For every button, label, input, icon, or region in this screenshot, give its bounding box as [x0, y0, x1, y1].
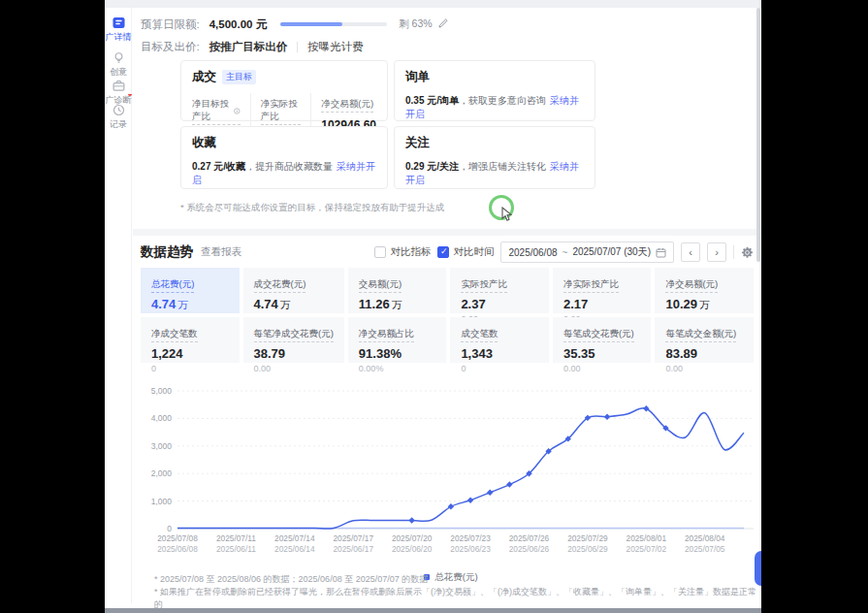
goal-card-desc: 0.27 元/收藏，提升商品收藏数量采纳并开启 [192, 160, 376, 187]
metric-card-2[interactable]: 成交花费(元)4.74万0.00 [243, 268, 344, 313]
metric-card-10[interactable]: 成交笔数1,3430 [450, 317, 549, 363]
sidebar-item-2[interactable]: 创意 [105, 51, 132, 79]
svg-text:3,000: 3,000 [151, 441, 173, 451]
compare-time-label: 对比时间 [453, 245, 494, 259]
svg-text:5,000: 5,000 [151, 386, 173, 396]
tab-bid-by-exposure[interactable]: 按曝光计费 [307, 40, 364, 54]
date-end: 2025/07/07 (30天) [572, 245, 651, 259]
edit-budget-icon[interactable] [438, 18, 448, 30]
goal-card-deal[interactable]: 成交 主目标 净目标投产比 2.45 净实际投产比2.17净交易额(元)1029… [180, 60, 388, 121]
metric-cards: 总花费(元)4.74万0.00成交花费(元)4.74万0.00交易额(元)11.… [141, 268, 754, 363]
metric-label: 交易额(元) [359, 278, 402, 293]
metric-label: 净交易额(元) [665, 278, 718, 293]
prev-period-button[interactable]: ‹ [681, 242, 700, 262]
svg-text:2025/07/05: 2025/07/05 [685, 544, 725, 554]
svg-text:2025/07/11: 2025/07/11 [216, 533, 256, 543]
goal-stat-label: 净实际投产比 [261, 98, 302, 125]
footnote: * 2025/07/08 至 2025/08/06 的数据；2025/06/08… [154, 573, 761, 586]
metric-card-5[interactable]: 净实际投产比2.170.00 [553, 268, 652, 313]
floating-side-button[interactable] [755, 551, 761, 586]
date-range-picker[interactable]: 2025/06/08 ~ 2025/07/07 (30天) [500, 242, 674, 263]
sidebar-item-4[interactable]: 记录 [105, 104, 132, 131]
goal-card-desc: 0.35 元/询单，获取更多意向咨询采纳并开启 [405, 94, 584, 121]
svg-text:2025/07/26: 2025/07/26 [509, 533, 550, 543]
trend-title: 数据趋势 [141, 243, 193, 261]
budget-label: 预算日限额: [141, 17, 200, 32]
sidebar-item-3[interactable]: 广诊断 [105, 80, 132, 107]
goal-card-2[interactable]: 询单0.35 元/询单，获取更多意向咨询采纳并开启 [394, 60, 595, 121]
budget-slider[interactable] [280, 22, 387, 26]
calendar-icon [656, 247, 666, 258]
metric-compare-value: 0.00% [359, 364, 436, 373]
metric-compare-value: 0.00 [254, 364, 334, 373]
metric-label: 净实际投产比 [563, 278, 619, 293]
goal-card-desc: 0.29 元/关注，增强店铺关注转化采纳并开启 [405, 160, 584, 187]
svg-text:2025/07/23: 2025/07/23 [450, 533, 491, 543]
goal-card-3[interactable]: 收藏0.27 元/收藏，提升商品收藏数量采纳并开启 [180, 126, 388, 189]
metric-card-9[interactable]: 净交易额占比91.38%0.00% [348, 317, 447, 363]
tab-bid-by-goal[interactable]: 按推广目标出价 [209, 40, 288, 54]
svg-text:2025/06/26: 2025/06/26 [509, 544, 550, 554]
metric-label: 成交笔数 [461, 328, 498, 342]
metric-card-11[interactable]: 每笔成交花费(元)35.350.00 [553, 317, 652, 363]
controls-divider [733, 245, 734, 259]
goal-stat-label: 净目标投产比 [192, 98, 241, 125]
main-content: 预算日限额: 4,500.00 元 剩 63% 目标及出价: 按推广目标出价 按… [133, 8, 761, 608]
trend-chart[interactable]: 01,0002,0003,0004,0005,0002025/07/082025… [141, 381, 761, 565]
bidding-row: 目标及出价: 按推广目标出价 按曝光计费 [141, 40, 364, 54]
svg-text:2025/06/08: 2025/06/08 [157, 544, 198, 554]
compare-metric-checkbox[interactable]: 对比指标 [374, 245, 431, 259]
metric-label: 净交易额占比 [359, 328, 414, 342]
metric-label: 每笔净成交花费(元) [254, 328, 334, 342]
svg-text:0: 0 [167, 524, 172, 533]
metric-value: 10.29万 [665, 297, 743, 312]
metric-label: 总花费(元) [151, 278, 194, 293]
metric-value: 38.79 [254, 346, 334, 361]
svg-text:2,000: 2,000 [151, 468, 173, 478]
metric-value: 4.74万 [151, 297, 229, 312]
vertical-scrollbar[interactable] [756, 8, 760, 262]
metric-value: 91.38% [359, 346, 436, 361]
checkbox-unchecked-icon[interactable] [374, 246, 386, 258]
svg-text:2025/06/23: 2025/06/23 [450, 544, 491, 554]
svg-text:2025/07/20: 2025/07/20 [392, 533, 433, 543]
budget-row: 预算日限额: 4,500.00 元 剩 63% [141, 16, 448, 33]
metric-card-3[interactable]: 交易额(元)11.26万0.00 [348, 268, 447, 313]
info-icon[interactable] [234, 107, 241, 115]
svg-text:2025/07/17: 2025/07/17 [333, 533, 373, 543]
goal-card-title: 关注 [405, 135, 430, 151]
tab-divider [297, 42, 298, 52]
goal-card-4[interactable]: 关注0.29 元/关注，增强店铺关注转化采纳并开启 [394, 126, 595, 189]
goal-note: * 系统会尽可能达成你设置的目标，保持稳定投放有助于提升达成 [180, 202, 444, 214]
bidding-label: 目标及出价: [141, 40, 200, 54]
metric-label: 成交花费(元) [254, 278, 306, 293]
chart-footnotes: * 2025/07/08 至 2025/08/06 的数据；2025/06/08… [154, 573, 761, 611]
metric-card-12[interactable]: 每笔成交金额(元)83.890.00 [655, 317, 754, 363]
goal-stat-label: 净交易额(元) [321, 98, 373, 113]
sidebar-item-1[interactable]: 广详情 [105, 16, 132, 44]
metric-card-8[interactable]: 每笔净成交花费(元)38.790.00 [243, 317, 344, 363]
svg-text:2025/06/17: 2025/06/17 [333, 544, 373, 554]
settings-gear-icon[interactable] [741, 246, 754, 259]
bulb-icon [105, 51, 132, 64]
metric-compare-value: 0 [151, 364, 229, 373]
checkbox-checked-icon[interactable] [437, 246, 449, 258]
metric-value: 1,224 [151, 346, 229, 361]
compare-time-checkbox[interactable]: 对比时间 [437, 245, 494, 259]
window-bottom-strip [105, 608, 761, 613]
metric-card-6[interactable]: 净交易额(元)10.29万0.00 [655, 268, 754, 313]
goal-card-title: 收藏 [192, 135, 216, 151]
metric-card-1[interactable]: 总花费(元)4.74万0.00 [141, 268, 240, 313]
budget-value: 4,500.00 元 [209, 17, 267, 32]
metric-card-4[interactable]: 实际投产比2.370.00 [450, 268, 549, 313]
view-report-link[interactable]: 查看报表 [201, 245, 241, 259]
compare-metric-label: 对比指标 [390, 245, 431, 259]
sidebar-item-label: 记录 [105, 118, 132, 131]
svg-text:2025/07/08: 2025/07/08 [157, 533, 198, 543]
metric-label: 实际投产比 [461, 278, 507, 293]
next-period-button[interactable]: › [707, 242, 726, 262]
metric-card-7[interactable]: 净成交笔数1,2240 [141, 317, 240, 363]
section-divider [133, 229, 761, 236]
date-separator: ~ [563, 247, 568, 258]
svg-text:2025/06/14: 2025/06/14 [274, 544, 315, 554]
